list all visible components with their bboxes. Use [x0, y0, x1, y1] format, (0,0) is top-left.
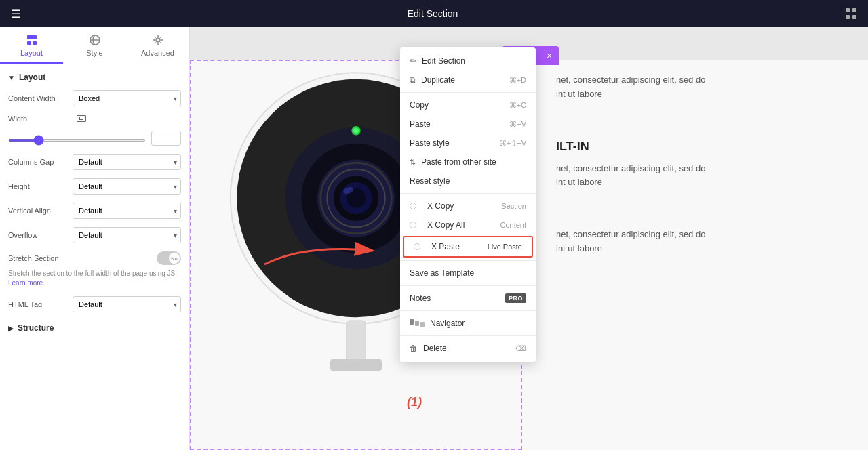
stretch-section-label: Stretch Section — [8, 254, 157, 262]
menu-x-copy-all[interactable]: X Copy All Content — [400, 216, 536, 234]
svg-rect-1 — [852, 8, 856, 12]
vertical-align-label: Vertical Align — [8, 207, 73, 215]
menu-delete[interactable]: 🗑 Delete ⌫ — [400, 339, 536, 358]
svg-rect-2 — [846, 15, 850, 19]
tab-layout-label: Layout — [20, 49, 43, 57]
height-select-wrapper[interactable]: Default — [73, 178, 181, 195]
menu-x-copy-all-right: Content — [500, 221, 526, 229]
menu-copy[interactable]: Copy ⌘+C — [400, 96, 536, 115]
width-slider[interactable] — [8, 139, 146, 142]
html-tag-field: HTML Tag Default — [8, 296, 181, 312]
svg-point-27 — [353, 128, 359, 134]
structure-section-header[interactable]: ▶ Structure — [8, 323, 181, 333]
menu-x-paste-label: X Paste — [431, 242, 460, 251]
svg-rect-0 — [846, 8, 850, 12]
columns-gap-select-wrapper[interactable]: Default — [73, 154, 181, 170]
trash-icon: 🗑 — [410, 344, 418, 353]
content-width-select-wrapper[interactable]: Boxed Full Width — [73, 90, 181, 106]
menu-delete-shortcut: ⌫ — [515, 344, 526, 353]
overflow-field: Overflow Default — [8, 227, 181, 243]
arrows-icon: ⇅ — [410, 158, 416, 167]
html-tag-select[interactable]: Default — [73, 296, 181, 312]
tab-advanced[interactable]: Advanced — [126, 27, 189, 64]
menu-navigator[interactable]: Navigator — [400, 314, 536, 333]
stretch-hint: Stretch the section to the full width of… — [8, 269, 181, 288]
close-section-btn[interactable]: × — [540, 46, 559, 65]
context-menu: ✏ Edit Section ⧉ Duplicate ⌘+D Copy ⌘+C — [400, 47, 536, 362]
width-slider-container[interactable] — [8, 132, 146, 144]
menu-divider-3 — [400, 260, 536, 261]
menu-paste-other-label: Paste from other site — [421, 157, 496, 167]
menu-divider-5 — [400, 310, 536, 311]
content-width-select[interactable]: Boxed Full Width — [73, 90, 181, 106]
columns-gap-control: Default — [73, 154, 181, 170]
menu-x-copy-right: Section — [501, 202, 526, 210]
menu-divider-2 — [400, 193, 536, 194]
monitor-icon — [77, 115, 86, 122]
menu-x-copy-all-label: X Copy All — [427, 220, 465, 230]
overflow-label: Overflow — [8, 231, 73, 239]
text-block-3: net, consectetur adipiscing elit, sed do… — [556, 228, 854, 256]
duplicate-icon: ⧉ — [410, 75, 416, 85]
columns-gap-field: Columns Gap Default — [8, 154, 181, 170]
vertical-align-control: Default — [73, 203, 181, 219]
sidebar-tabs: Layout Style Advanced — [0, 27, 189, 64]
height-select[interactable]: Default — [73, 178, 181, 195]
sidebar: Layout Style Advanced — [0, 27, 190, 450]
right-text-panel: net, consectetur adipiscing elit, sed do… — [542, 60, 868, 281]
menu-x-copy[interactable]: X Copy Section — [400, 197, 536, 216]
width-label: Width — [8, 115, 73, 123]
learn-more-link[interactable]: Learn more. — [8, 279, 45, 287]
sidebar-content: ▼ Layout Content Width Boxed Full Width — [0, 64, 189, 450]
columns-gap-select[interactable]: Default — [73, 154, 181, 170]
menu-save-template[interactable]: Save as Template — [400, 264, 536, 283]
stretch-section-toggle[interactable]: No — [157, 251, 181, 265]
structure-arrow-icon: ▶ — [8, 325, 14, 332]
vertical-align-select[interactable]: Default — [73, 203, 181, 219]
menu-edit-label: Edit Section — [422, 56, 465, 66]
menu-duplicate[interactable]: ⧉ Duplicate ⌘+D — [400, 70, 536, 89]
menu-paste-style-label: Paste style — [410, 138, 450, 148]
grid-icon[interactable] — [845, 7, 857, 20]
menu-x-paste[interactable]: X Paste Live Paste — [403, 236, 533, 258]
width-slider-row — [8, 131, 181, 146]
menu-reset-style[interactable]: Reset style — [400, 171, 536, 190]
columns-gap-label: Columns Gap — [8, 158, 73, 166]
overflow-select[interactable]: Default — [73, 227, 181, 243]
tab-style[interactable]: Style — [63, 27, 126, 64]
pro-badge: PRO — [505, 293, 526, 303]
svg-rect-4 — [27, 35, 37, 39]
menu-duplicate-shortcut: ⌘+D — [509, 76, 526, 85]
vertical-align-field: Vertical Align Default — [8, 203, 181, 219]
menu-notes[interactable]: Notes PRO — [400, 289, 536, 308]
html-tag-select-wrapper[interactable]: Default — [73, 296, 181, 312]
tab-layout[interactable]: Layout — [0, 27, 63, 64]
pencil-icon: ✏ — [410, 56, 416, 66]
menu-paste-other[interactable]: ⇅ Paste from other site — [400, 152, 536, 171]
dot-icon-1 — [410, 203, 416, 209]
menu-notes-label: Notes — [410, 293, 431, 303]
overflow-select-wrapper[interactable]: Default — [73, 227, 181, 243]
width-input[interactable] — [151, 131, 181, 146]
svg-rect-6 — [33, 41, 37, 45]
html-tag-label: HTML Tag — [8, 300, 73, 308]
page-title: Edit Section — [408, 8, 458, 19]
navigator-icon — [410, 319, 425, 327]
vertical-align-select-wrapper[interactable]: Default — [73, 203, 181, 219]
annotation-number: (1) — [407, 395, 422, 409]
menu-paste[interactable]: Paste ⌘+V — [400, 115, 536, 134]
layout-section-header[interactable]: ▼ Layout — [8, 73, 181, 82]
nav-layer-2 — [415, 321, 419, 326]
built-in-heading: ILT-IN — [556, 140, 854, 154]
menu-edit-section[interactable]: ✏ Edit Section — [400, 52, 536, 70]
height-control: Default — [73, 178, 181, 195]
menu-copy-label: Copy — [410, 100, 429, 110]
menu-paste-shortcut: ⌘+V — [509, 120, 526, 129]
menu-duplicate-label: Duplicate — [421, 75, 455, 85]
top-bar: ☰ Edit Section — [0, 0, 868, 27]
menu-paste-style[interactable]: Paste style ⌘+⇧+V — [400, 134, 536, 152]
svg-rect-28 — [347, 321, 366, 366]
nav-layer-1 — [410, 319, 414, 325]
hamburger-menu-icon[interactable]: ☰ — [11, 7, 20, 20]
svg-rect-3 — [852, 15, 856, 19]
